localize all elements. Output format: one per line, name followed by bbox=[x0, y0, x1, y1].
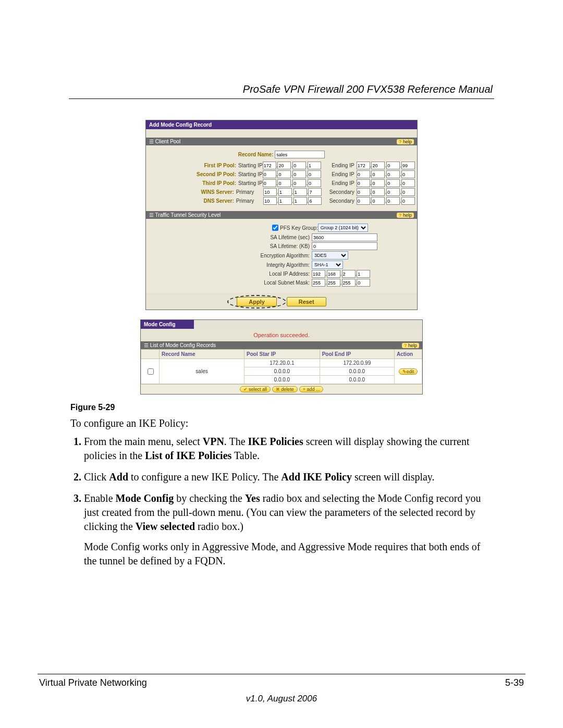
ip-octet[interactable] bbox=[277, 162, 291, 169]
ip-octet[interactable] bbox=[386, 179, 400, 187]
ip-octet[interactable] bbox=[386, 188, 400, 196]
ip-octet[interactable] bbox=[263, 197, 277, 205]
ip-octet[interactable] bbox=[277, 179, 291, 187]
ip-octet[interactable] bbox=[357, 197, 370, 205]
ip-octet[interactable] bbox=[357, 188, 370, 196]
add-button[interactable]: + add ... bbox=[299, 386, 324, 392]
sa-sec-label: SA Lifetime (sec) bbox=[148, 235, 312, 240]
int-label: Integrity Algorithm: bbox=[148, 262, 312, 268]
intro-text: To configure an IKE Policy: bbox=[70, 416, 493, 430]
ip-octet[interactable] bbox=[401, 197, 415, 205]
ip-octet[interactable] bbox=[277, 170, 291, 178]
wins-secondary-label: Secondary bbox=[322, 189, 356, 195]
ip-octet[interactable] bbox=[292, 179, 306, 187]
ip-octet[interactable] bbox=[342, 270, 356, 278]
ip-octet[interactable] bbox=[308, 179, 321, 187]
ip-octet[interactable] bbox=[293, 188, 307, 196]
col-pool-start: Pool Star IP bbox=[244, 350, 320, 359]
ip-octet[interactable] bbox=[308, 197, 322, 205]
row-checkbox[interactable] bbox=[148, 368, 154, 375]
select-all-button[interactable]: ✔ select all bbox=[240, 386, 271, 392]
cell-end-ip: 0.0.0.0 bbox=[320, 367, 394, 376]
second-end-label: Ending IP bbox=[321, 171, 357, 177]
ip-octet[interactable] bbox=[386, 197, 400, 205]
ip-octet[interactable] bbox=[401, 170, 415, 178]
ip-octet[interactable] bbox=[371, 162, 385, 169]
ip-octet[interactable] bbox=[342, 279, 356, 287]
ip-octet[interactable] bbox=[263, 179, 276, 187]
ip-octet[interactable] bbox=[312, 279, 325, 287]
ip-octet[interactable] bbox=[386, 162, 400, 169]
pfs-select[interactable]: Group 2 (1024 bit) bbox=[318, 224, 368, 232]
ip-octet[interactable] bbox=[263, 188, 277, 196]
enc-label: Encryption Algorithm: bbox=[148, 253, 312, 258]
delete-button[interactable]: ✖ delete bbox=[272, 386, 298, 392]
cell-start-ip: 0.0.0.0 bbox=[244, 376, 320, 384]
ip-octet[interactable] bbox=[308, 188, 322, 196]
ip-octet[interactable] bbox=[327, 270, 340, 278]
ip-octet[interactable] bbox=[357, 179, 370, 187]
ip-octet[interactable] bbox=[371, 197, 385, 205]
ip-octet[interactable] bbox=[357, 270, 370, 278]
lsm-label: Local Subnet Mask: bbox=[148, 280, 312, 286]
record-name-input[interactable] bbox=[275, 151, 325, 158]
pfs-label: PFS Key Group: bbox=[280, 225, 318, 231]
ip-octet[interactable] bbox=[263, 170, 276, 178]
help-link[interactable]: help bbox=[397, 213, 414, 218]
ip-octet[interactable] bbox=[371, 179, 385, 187]
sa-kb-label: SA Lifetime: (KB) bbox=[148, 243, 312, 249]
ip-octet[interactable] bbox=[357, 162, 370, 169]
status-message: Operation succeeded. bbox=[141, 329, 422, 341]
sa-sec-input[interactable] bbox=[312, 233, 377, 241]
ip-octet[interactable] bbox=[371, 170, 385, 178]
ip-octet[interactable] bbox=[292, 170, 306, 178]
help-link[interactable]: help bbox=[397, 139, 414, 144]
third-start-label: Starting IP bbox=[238, 180, 263, 186]
pfs-checkbox[interactable] bbox=[272, 225, 278, 231]
page-number: 5-39 bbox=[505, 677, 524, 688]
step-2: Click Add to configure a new IKE Policy.… bbox=[84, 470, 493, 484]
ip-octet[interactable] bbox=[308, 170, 321, 178]
ip-octet[interactable] bbox=[371, 188, 385, 196]
ip-octet[interactable] bbox=[357, 170, 370, 178]
record-name-label: Record Name: bbox=[238, 152, 274, 157]
sa-kb-input[interactable] bbox=[312, 242, 377, 250]
col-action: Action bbox=[395, 350, 422, 359]
help-link[interactable]: help bbox=[402, 343, 419, 348]
header-rule bbox=[69, 98, 494, 99]
section-tunnel: ☰ Traffic Tunnel Security Level help bbox=[146, 211, 417, 219]
titlebar-add: Add Mode Config Record bbox=[146, 120, 417, 129]
ip-octet[interactable] bbox=[278, 188, 292, 196]
ip-octet[interactable] bbox=[327, 279, 340, 287]
first-ip-label: First IP Pool: bbox=[148, 163, 238, 168]
reset-button[interactable]: Reset bbox=[287, 297, 326, 306]
first-end-label: Ending IP bbox=[321, 163, 357, 168]
ip-octet[interactable] bbox=[308, 162, 321, 169]
wins-label: WINS Server: bbox=[148, 189, 236, 195]
ip-octet[interactable] bbox=[292, 162, 306, 169]
edit-button[interactable]: ✎edit bbox=[399, 368, 418, 375]
section-client-pool: ☰ Client Pool help bbox=[146, 138, 417, 145]
ip-octet[interactable] bbox=[401, 162, 415, 169]
section-list: ☰ List of Mode Config Records help bbox=[141, 341, 422, 349]
cell-end-ip: 0.0.0.0 bbox=[320, 376, 394, 384]
footer-left: Virtual Private Networking bbox=[39, 677, 147, 688]
table-row: sales 172.20.0.1 172.20.0.99 ✎edit bbox=[141, 359, 422, 367]
ip-octet[interactable] bbox=[263, 162, 276, 169]
ip-octet[interactable] bbox=[401, 179, 415, 187]
first-start-label: Starting IP bbox=[238, 163, 263, 168]
ip-octet[interactable] bbox=[386, 170, 400, 178]
wins-primary-label: Primary bbox=[236, 189, 263, 195]
records-table: Record Name Pool Star IP Pool End IP Act… bbox=[141, 349, 422, 384]
ip-octet[interactable] bbox=[312, 270, 325, 278]
apply-button[interactable]: Apply bbox=[237, 297, 277, 306]
step-3-note: Mode Config works only in Aggressive Mod… bbox=[84, 540, 493, 568]
ip-octet[interactable] bbox=[278, 197, 292, 205]
ip-octet[interactable] bbox=[293, 197, 307, 205]
ip-octet[interactable] bbox=[357, 279, 370, 287]
int-select[interactable]: SHA-1 bbox=[312, 261, 343, 269]
ip-octet[interactable] bbox=[401, 188, 415, 196]
titlebar-mode-config: Mode Config bbox=[141, 320, 194, 329]
enc-select[interactable]: 3DES bbox=[312, 251, 348, 260]
dns-label: DNS Server: bbox=[148, 198, 236, 204]
